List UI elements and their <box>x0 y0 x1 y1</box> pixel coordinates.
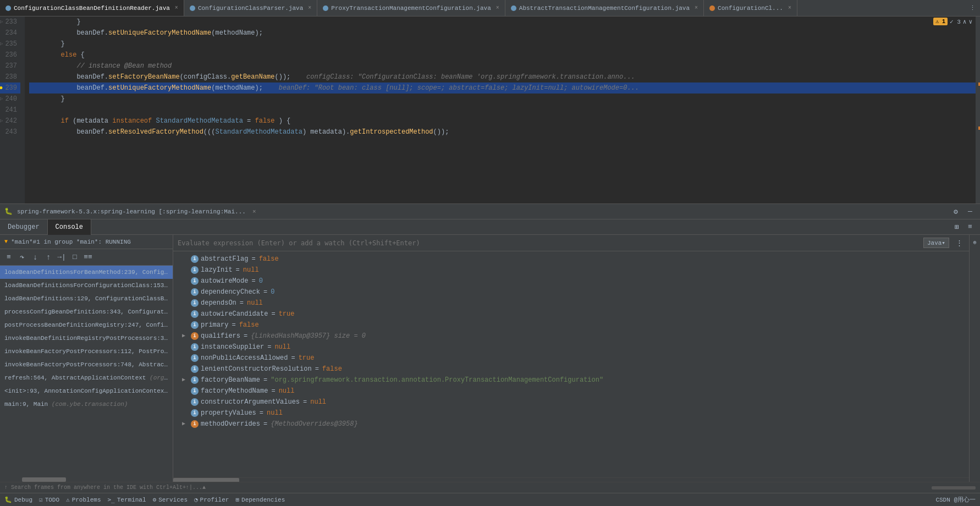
tab-console[interactable]: Console <box>48 219 91 235</box>
var-dependency-check[interactable]: i dependencyCheck = 0 <box>173 287 969 298</box>
var-non-public-access[interactable]: i nonPublicAccessAllowed = true <box>173 353 969 364</box>
var-instance-supplier[interactable]: i instanceSupplier = null <box>173 342 969 353</box>
terminal-status-item[interactable]: >_ Terminal <box>107 496 146 503</box>
tab-label-5: ConfigurationCl... <box>718 5 783 12</box>
code-line-238: beanDef.setFactoryBeanName(configClass.g… <box>29 72 976 82</box>
more2-icon[interactable]: ≡≡ <box>82 252 93 263</box>
services-label: Services <box>158 497 188 503</box>
tab-configuration-parser[interactable]: ConfigurationClassParser.java × <box>184 0 317 16</box>
problems-status-item[interactable]: ⚠ Problems <box>66 496 101 503</box>
code-lines[interactable]: } beanDef.setUniqueFactoryMethodName(met… <box>25 16 976 204</box>
var-abstract-flag[interactable]: i abstractFlag = false <box>173 254 969 265</box>
var-method-overrides[interactable]: i methodOverrides = {MethodOverrides@395… <box>173 419 969 430</box>
todo-status-item[interactable]: ☑ TODO <box>39 496 59 503</box>
var-type-icon: i <box>191 266 199 274</box>
tab-overflow-icon[interactable]: ⋮ <box>970 4 976 12</box>
var-factory-bean-name[interactable]: i factoryBeanName = "org.springframework… <box>173 375 969 386</box>
editor-scrollbar[interactable] <box>976 16 980 204</box>
tab-close-5[interactable]: × <box>788 5 791 11</box>
profiler-status-item[interactable]: ◔ Profiler <box>194 496 229 503</box>
var-type-icon: i <box>191 387 199 395</box>
services-status-item[interactable]: ⚙ Services <box>153 496 188 503</box>
top-right-indicators: ⚠ 1 ✓ 3 ∧ ∨ <box>933 18 972 25</box>
code-line-233: } <box>29 16 976 28</box>
var-lazy-init[interactable]: i lazyInit = null <box>173 265 969 276</box>
var-primary[interactable]: i primary = false <box>173 320 969 331</box>
check-badge: ✓ 3 <box>950 18 961 25</box>
stack-item-3[interactable]: processConfigBeanDefinitions:343, Config… <box>0 305 173 318</box>
step-into-icon[interactable]: ↓ <box>30 252 41 263</box>
right-icon-1[interactable]: ⊕ <box>970 237 981 248</box>
frames-icon[interactable]: ≡ <box>3 252 14 263</box>
session-close[interactable]: × <box>252 208 256 215</box>
var-type-icon: i <box>191 310 199 318</box>
stack-item-10[interactable]: main:9, Main (com.ybe.transaction) <box>0 398 173 411</box>
var-property-values[interactable]: i propertyValues = null <box>173 408 969 419</box>
var-type-icon: i <box>191 343 199 351</box>
tab-proxy-transaction[interactable]: ProxyTransactionManagementConfiguration.… <box>317 0 505 16</box>
vars-scroll-thumb[interactable] <box>173 478 239 482</box>
line-233: ▷ 233 <box>0 16 20 28</box>
eval-input[interactable] <box>178 237 919 249</box>
code-line-237: // instance @Bean method <box>29 61 976 72</box>
step-out-icon[interactable]: ↑ <box>43 252 54 263</box>
lang-selector[interactable]: Java▾ <box>923 238 949 248</box>
var-autowire-candidate[interactable]: i autowireCandidate = true <box>173 309 969 320</box>
stack-item-9[interactable]: <init>:93, AnnotationConfigApplicationCo… <box>0 384 173 398</box>
stack-item-8[interactable]: refresh:564, AbstractApplicationContext … <box>0 371 173 384</box>
stack-item-6[interactable]: invokeBeanFactoryPostProcessors:112, Pos… <box>0 345 173 358</box>
expand-icon <box>182 331 189 342</box>
var-type-icon: i <box>191 277 199 285</box>
minimize-icon[interactable]: — <box>965 206 976 217</box>
debug-status-label: Debug <box>14 497 32 503</box>
stack-item-7[interactable]: invokeBeanFactoryPostProcessors:748, Abs… <box>0 358 173 371</box>
eval-more-icon[interactable]: ⋮ <box>954 238 965 249</box>
status-right: CSDN @用心一 <box>935 496 976 504</box>
status-left: 🐛 Debug ☑ TODO ⚠ Problems >_ Terminal ⚙ <box>4 496 285 503</box>
filter-icon[interactable]: ▼ <box>4 239 8 245</box>
layout-icon[interactable]: ⊞ <box>951 222 962 233</box>
call-stack-scrollbar[interactable] <box>0 477 173 482</box>
tab-close-2[interactable]: × <box>308 5 311 11</box>
stack-item-0[interactable]: loadBeanDefinitionsForBeanMethod:239, Co… <box>0 266 173 279</box>
var-type-icon: i <box>191 420 199 428</box>
var-type-icon: i <box>191 299 199 307</box>
tab-configuration-cl[interactable]: ConfigurationCl... × <box>704 0 797 16</box>
problems-icon: ⚠ <box>66 496 70 503</box>
line-235: ▷ 235 <box>0 38 20 50</box>
user-label: CSDN @用心一 <box>935 496 976 504</box>
scroll-thumb[interactable] <box>22 477 66 482</box>
eval-icon[interactable]: □ <box>69 252 80 263</box>
chevron-up-icon[interactable]: ∧ <box>963 18 967 25</box>
var-lenient-constructor[interactable]: i lenientConstructorResolution = false <box>173 364 969 375</box>
editor-content: ▷ 233 234 ▷ 235 236 <box>0 16 980 204</box>
var-depends-on[interactable]: i dependsOn = null <box>173 298 969 309</box>
dependencies-status-item[interactable]: ⊞ Dependencies <box>235 496 285 503</box>
var-constructor-args[interactable]: i constructorArgumentValues = null <box>173 397 969 408</box>
variables-scrollbar[interactable] <box>173 477 969 482</box>
stack-item-1[interactable]: loadBeanDefinitionsForConfigurationClass… <box>0 279 173 292</box>
tab-close-1[interactable]: × <box>175 5 178 11</box>
tab-close-4[interactable]: × <box>695 5 698 11</box>
stack-item-5[interactable]: invokeBeanDefinitionRegistryPostProcesso… <box>0 332 173 345</box>
run-to-cursor-icon[interactable]: →| <box>56 252 67 263</box>
step-over-icon[interactable]: ↷ <box>16 252 27 263</box>
chevron-down-icon[interactable]: ∨ <box>968 18 972 25</box>
code-line-239: beanDef.setUniqueFactoryMethodName(metho… <box>29 82 976 94</box>
tab-abstract-transaction[interactable]: AbstractTransactionManagementConfigurati… <box>505 0 704 16</box>
line-numbers: ▷ 233 234 ▷ 235 236 <box>0 16 25 204</box>
var-autowire-mode[interactable]: i autowireMode = 0 <box>173 276 969 287</box>
profiler-label: Profiler <box>200 497 229 503</box>
bottom-scrollbar[interactable] <box>932 486 976 490</box>
stack-item-4[interactable]: postProcessBeanDefinitionRegistry:247, C… <box>0 318 173 332</box>
stack-item-2[interactable]: loadBeanDefinitions:129, ConfigurationCl… <box>0 292 173 305</box>
debug-status-item[interactable]: 🐛 Debug <box>4 496 32 503</box>
var-qualifiers[interactable]: i qualifiers = {LinkedHashMap@3957} size… <box>173 331 969 342</box>
tab-close-3[interactable]: × <box>496 5 499 11</box>
line-237: 237 <box>0 61 20 72</box>
var-factory-method-name[interactable]: i factoryMethodName = null <box>173 386 969 397</box>
tab-configuration-bean-definition[interactable]: ConfigurationClassBeanDefinitionReader.j… <box>0 0 184 16</box>
settings-icon[interactable]: ⚙ <box>950 206 961 217</box>
tab-debugger[interactable]: Debugger <box>0 219 48 235</box>
more-icon[interactable]: ≡ <box>965 222 976 233</box>
